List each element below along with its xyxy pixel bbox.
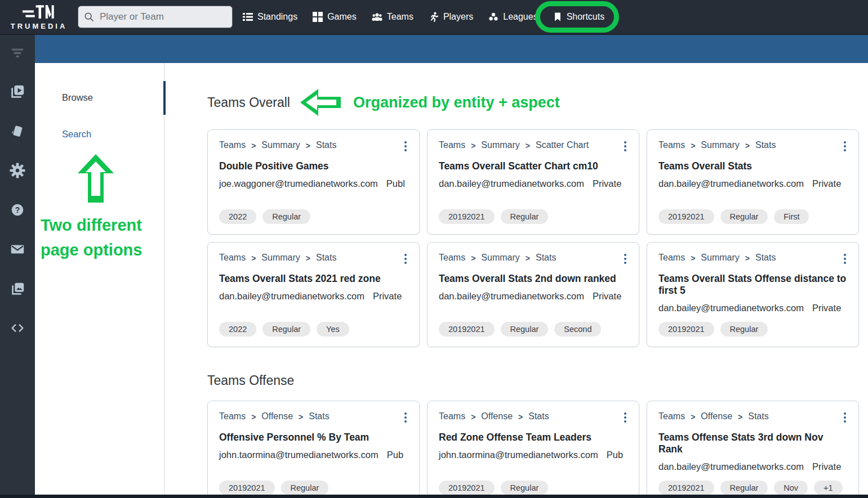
chevron-right-icon: >	[691, 254, 695, 263]
breadcrumb-item[interactable]: Stats	[748, 411, 768, 421]
card-visibility: Private	[812, 303, 841, 313]
shortcut-section: Teams Offense Teams>Offense>Stats Offens…	[207, 373, 868, 498]
nav-item-teams[interactable]: Teams	[372, 12, 413, 22]
shortcut-card[interactable]: Teams>Summary>Scatter Chart Teams Overal…	[427, 129, 639, 235]
card-owner: john.taormina@trumedianetworks.com	[219, 450, 379, 460]
breadcrumb-item[interactable]: Stats	[536, 253, 556, 263]
code-icon[interactable]	[8, 318, 27, 338]
nav-label: Leagues	[503, 12, 537, 22]
nav-item-players[interactable]: Players	[429, 12, 473, 22]
card-breadcrumb: Teams>Offense>Stats	[219, 411, 408, 421]
trumedia-logo[interactable]: TRUMEDIA	[6, 4, 72, 30]
card-badges: 20192021RegularFirst	[658, 209, 847, 224]
kebab-menu-icon[interactable]	[402, 252, 409, 266]
nav-label: Standings	[257, 12, 297, 22]
card-owner: dan.bailey@trumedianetworks.com	[439, 178, 584, 189]
breadcrumb-item[interactable]: Offense	[481, 411, 513, 421]
nav-label: Players	[443, 12, 473, 22]
panel-item-search[interactable]: Search	[62, 129, 164, 140]
card-owner-row: dan.bailey@trumedianetworks.comPrivate	[439, 178, 627, 189]
shortcut-card[interactable]: Teams>Summary>Stats Teams Overall Stats …	[647, 242, 859, 347]
breadcrumb-item[interactable]: Summary	[261, 140, 300, 150]
shortcut-card[interactable]: Teams>Offense>Stats Teams Offense Stats …	[647, 401, 859, 498]
filter-icon[interactable]	[8, 43, 27, 62]
breadcrumb-item[interactable]: Offense	[701, 411, 732, 421]
card-title: Red Zone Offense Team Leaders	[439, 432, 627, 443]
shortcut-card[interactable]: Teams>Summary>Stats Teams Overall Stats …	[427, 242, 639, 347]
settings-gear-icon[interactable]	[8, 161, 27, 180]
card-owner-row: dan.bailey@trumedianetworks.comPrivate	[219, 291, 408, 302]
breadcrumb-item[interactable]: Summary	[261, 253, 300, 263]
shortcut-card[interactable]: Teams>Offense>Stats Offensive Personnel …	[207, 401, 420, 498]
breadcrumb-item[interactable]: Summary	[701, 140, 739, 150]
kebab-menu-icon[interactable]	[622, 252, 629, 266]
card-visibility: Private	[812, 178, 841, 189]
breadcrumb-item[interactable]: Teams	[219, 411, 246, 421]
media-gallery-icon[interactable]	[8, 279, 27, 298]
card-owner-row: dan.bailey@trumedianetworks.comPrivate	[658, 178, 847, 189]
filter-badge: 20192021	[658, 481, 714, 495]
nav-item-leagues[interactable]: Leagues	[488, 12, 537, 22]
breadcrumb-item[interactable]: Teams	[658, 140, 685, 150]
shortcut-card[interactable]: Teams>Summary>Stats Double Positive Game…	[207, 129, 420, 235]
card-owner: dan.bailey@trumedianetworks.com	[658, 303, 804, 313]
breadcrumb-item[interactable]: Teams	[658, 411, 685, 421]
filter-badge: Nov	[774, 481, 808, 495]
card-owner-row: john.taormina@trumedianetworks.comPub	[439, 450, 627, 460]
breadcrumb-item[interactable]: Offense	[261, 411, 293, 421]
breadcrumb-item[interactable]: Teams	[439, 253, 465, 263]
shortcut-card[interactable]: Teams>Summary>Stats Teams Overall Stats …	[647, 129, 859, 235]
kebab-menu-icon[interactable]	[622, 139, 629, 154]
breadcrumb-item[interactable]: Summary	[481, 253, 519, 263]
page-options-panel: Browse Search Two different page options	[35, 63, 164, 498]
shortcut-card[interactable]: Teams>Summary>Stats Teams Overall Stats …	[207, 242, 420, 347]
shortcut-card[interactable]: Teams>Offense>Stats Red Zone Offense Tea…	[427, 401, 639, 498]
search-icon	[84, 11, 94, 23]
kebab-menu-icon[interactable]	[842, 139, 848, 154]
breadcrumb-item[interactable]: Stats	[316, 253, 336, 263]
card-owner: dan.bailey@trumedianetworks.com	[219, 291, 364, 301]
breadcrumb-item[interactable]: Teams	[439, 140, 465, 150]
global-search[interactable]	[78, 6, 233, 28]
card-title: Teams Overall Scatter Chart cm10	[439, 160, 627, 172]
breadcrumb-item[interactable]: Stats	[316, 140, 336, 150]
panel-item-browse[interactable]: Browse	[62, 92, 164, 103]
kebab-menu-icon[interactable]	[402, 410, 409, 425]
video-library-icon[interactable]	[8, 82, 27, 101]
nav-item-shortcuts[interactable]: Shortcuts	[553, 12, 605, 22]
filter-badge: Regular	[501, 322, 549, 337]
nav-item-standings[interactable]: Standings	[243, 12, 297, 22]
trumedia-logo-icon	[23, 4, 55, 21]
breadcrumb-item[interactable]: Teams	[219, 140, 246, 150]
filter-badge: Regular	[720, 322, 768, 337]
breadcrumb-item[interactable]: Summary	[701, 253, 739, 263]
breadcrumb-item[interactable]: Teams	[439, 411, 465, 421]
breadcrumb-item[interactable]: Stats	[755, 253, 776, 263]
mail-icon[interactable]	[8, 240, 27, 259]
kebab-menu-icon[interactable]	[842, 410, 848, 425]
help-icon[interactable]: ?	[8, 200, 27, 219]
breadcrumb-item[interactable]: Stats	[309, 411, 329, 421]
card-owner: dan.bailey@trumedianetworks.com	[658, 461, 804, 472]
breadcrumb-item[interactable]: Stats	[528, 411, 549, 421]
breadcrumb-item[interactable]: Teams	[658, 253, 685, 263]
sections: Teams Overall Organized by entity + aspe…	[207, 88, 868, 498]
search-input[interactable]	[99, 11, 226, 23]
flashcards-icon[interactable]	[8, 122, 27, 141]
kebab-menu-icon[interactable]	[842, 252, 848, 266]
breadcrumb-item[interactable]: Scatter Chart	[536, 140, 589, 150]
nav-item-games[interactable]: Games	[313, 12, 357, 22]
card-title: Teams Overall Stats Offense distance to …	[658, 273, 847, 297]
card-breadcrumb: Teams>Summary>Stats	[219, 140, 408, 150]
breadcrumb-item[interactable]: Summary	[481, 140, 519, 150]
card-visibility: Publ	[386, 178, 405, 189]
card-grid: Teams>Offense>Stats Offensive Personnel …	[207, 401, 868, 498]
breadcrumb-item[interactable]: Stats	[755, 140, 776, 150]
kebab-menu-icon[interactable]	[622, 410, 629, 425]
kebab-menu-icon[interactable]	[402, 139, 409, 154]
annotation-up-arrow	[78, 154, 164, 205]
card-title: Offensive Personnel % By Team	[219, 432, 408, 443]
chevron-right-icon: >	[691, 412, 695, 421]
chevron-right-icon: >	[299, 412, 303, 421]
breadcrumb-item[interactable]: Teams	[219, 253, 246, 263]
